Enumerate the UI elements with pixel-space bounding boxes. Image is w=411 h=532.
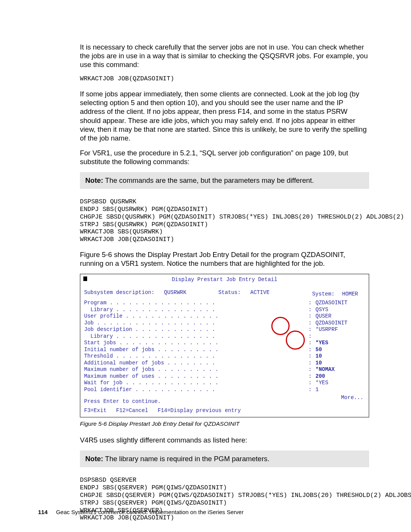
- detail-value: *NOMAX: [315, 366, 365, 373]
- note-text: The library name is required in the PGM …: [103, 455, 269, 463]
- terminal-detail-row: Maximum number of jobs . . . . . . . . .…: [84, 366, 365, 373]
- terminal-detail-row: Initial number of jobs . . . . . . . . .…: [84, 347, 365, 353]
- detail-label: Start jobs: [84, 340, 119, 347]
- detail-dots: . . . . . . . . . . . . . . .: [126, 380, 307, 387]
- detail-colon: :: [307, 347, 315, 353]
- detail-dots: . . . . . . . . . . . . . . . . .: [110, 300, 307, 307]
- page: It is necessary to check carefully that …: [0, 0, 411, 532]
- terminal-detail-row: Pool identifier . . . . . . . . . . . . …: [84, 387, 365, 393]
- detail-colon: :: [307, 326, 315, 333]
- terminal-detail-row: Program . . . . . . . . . . . . . . . . …: [84, 300, 365, 307]
- detail-value: 50: [315, 347, 365, 353]
- paragraph: It is necessary to check carefully that …: [80, 43, 369, 69]
- terminal-detail-row: Job description . . . . . . . . . . . . …: [84, 326, 365, 333]
- detail-value: *YES: [315, 380, 365, 387]
- detail-colon: :: [307, 307, 315, 313]
- detail-label: User profile: [84, 313, 126, 320]
- detail-label: Library: [84, 307, 116, 313]
- detail-label: Wait for job: [84, 380, 126, 387]
- terminal-detail-row: Library . . . . . . . . . . . . . . . . …: [84, 333, 365, 340]
- terminal-detail-row: Additional number of jobs . . . . . . . …: [84, 360, 365, 367]
- detail-colon: :: [307, 387, 315, 393]
- detail-colon: :: [307, 333, 315, 340]
- detail-value: [315, 333, 365, 340]
- detail-dots: . . . . . . . . . .: [158, 347, 307, 353]
- detail-value: QUSER: [315, 313, 365, 320]
- detail-dots: . . . . . . . .: [167, 360, 307, 367]
- terminal-screenshot: Display Prestart Job Entry Detail System…: [80, 274, 369, 417]
- code-block: DSPSBSD QUSRWRK ENDPJ SBS(QUSRWRK) PGM(Q…: [80, 198, 369, 243]
- detail-label: Maximum number of jobs: [84, 366, 158, 373]
- detail-value: QZDASOINIT: [315, 300, 365, 307]
- subsystem-row: Subsystem description: QUSRWRK Status: A…: [84, 289, 365, 296]
- terminal-title: Display Prestart Job Entry Detail: [84, 276, 365, 283]
- function-keys-line: F3=Exit F12=Cancel F14=Display previous …: [84, 407, 365, 414]
- terminal-detail-row: Start jobs . . . . . . . . . . . . . . .…: [84, 340, 365, 347]
- detail-colon: :: [307, 366, 315, 373]
- detail-label: Program: [84, 300, 110, 307]
- press-enter-line: Press Enter to continue.: [84, 398, 365, 405]
- book-title: Geac System21 commerce.connect: Implemen…: [56, 509, 244, 515]
- code-block: WRKACTJOB JOB(QZDASOINIT): [80, 75, 369, 83]
- detail-colon: :: [307, 380, 315, 387]
- detail-colon: :: [307, 340, 315, 347]
- detail-dots: . . . . . . . . . . . . . . . .: [116, 333, 307, 340]
- detail-label: Job description: [84, 326, 135, 333]
- detail-dots: . . . . . . . . . .: [158, 373, 307, 380]
- detail-colon: :: [307, 353, 315, 360]
- paragraph: If some jobs appear immediately, then so…: [80, 89, 369, 142]
- detail-label: Maximum number of uses: [84, 373, 158, 380]
- detail-value: *YES: [315, 340, 365, 347]
- detail-dots: . . . . . . . . . . . . .: [135, 326, 307, 333]
- note-text: The commands are the same, but the param…: [103, 176, 314, 184]
- detail-colon: :: [307, 320, 315, 327]
- terminal-detail-row: Wait for job . . . . . . . . . . . . . .…: [84, 380, 365, 387]
- page-number: 114: [38, 509, 48, 515]
- detail-value: 1: [315, 387, 365, 393]
- detail-dots: . . . . . . . . . . . . . . . .: [116, 353, 307, 360]
- detail-value: 10: [315, 353, 365, 360]
- terminal-detail-row: User profile . . . . . . . . . . . . . .…: [84, 313, 365, 320]
- terminal-detail-row: Job . . . . . . . . . . . . . . . . . . …: [84, 320, 365, 327]
- note-label: Note:: [85, 455, 103, 463]
- detail-dots: . . . . . . . . . . . . . . . . . . .: [97, 320, 307, 327]
- detail-value: *USRPRF: [315, 326, 365, 333]
- detail-colon: :: [307, 373, 315, 380]
- note-box: Note: The library name is required in th…: [80, 451, 369, 467]
- detail-colon: :: [307, 313, 315, 320]
- detail-dots: . . . . . . . . . . . . . . . .: [119, 340, 307, 347]
- terminal-detail-row: Threshold . . . . . . . . . . . . . . . …: [84, 353, 365, 360]
- detail-label: Job: [84, 320, 97, 327]
- paragraph: For V5R1, use the procedure in 5.2.1, “S…: [80, 149, 369, 166]
- detail-value: QSYS: [315, 307, 365, 313]
- detail-colon: :: [307, 300, 315, 307]
- detail-dots: . . . . . . . . . . . . .: [135, 387, 307, 393]
- paragraph: V4R5 uses slightly different commands as…: [80, 436, 369, 444]
- figure-caption: Figure 5-6 Display Prestart Job Entry De…: [80, 420, 369, 427]
- paragraph: Figure 5-6 shows the Display Prestart Jo…: [80, 250, 369, 268]
- detail-label: Library: [84, 333, 116, 340]
- detail-value: QZDASOINIT: [315, 320, 365, 327]
- detail-dots: . . . . . . . . . .: [158, 366, 307, 373]
- detail-value: 10: [315, 360, 365, 367]
- page-footer: 114 Geac System21 commerce.connect: Impl…: [38, 509, 244, 515]
- detail-colon: :: [307, 360, 315, 367]
- detail-label: Additional number of jobs: [84, 360, 167, 367]
- detail-dots: . . . . . . . . . . . . . . .: [126, 313, 307, 320]
- detail-label: Initial number of jobs: [84, 347, 158, 353]
- terminal-detail-row: Maximum number of uses . . . . . . . . .…: [84, 373, 365, 380]
- detail-label: Threshold: [84, 353, 116, 360]
- detail-value: 200: [315, 373, 365, 380]
- note-box: Note: The commands are the same, but the…: [80, 172, 369, 189]
- detail-label: Pool identifier: [84, 387, 135, 393]
- terminal-detail-row: Library . . . . . . . . . . . . . . . . …: [84, 307, 365, 313]
- detail-dots: . . . . . . . . . . . . . . . .: [116, 307, 307, 313]
- note-label: Note:: [85, 176, 103, 184]
